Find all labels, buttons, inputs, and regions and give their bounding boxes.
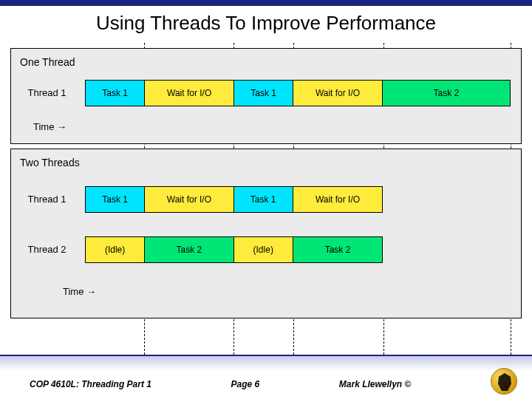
slide-footer: COP 4610L: Threading Part 1 Page 6 Mark … [0, 355, 532, 399]
timeline-cell: Task 1 [86, 187, 145, 212]
footer-page: Page 6 [231, 379, 260, 389]
timeline-cell: (Idle) [86, 237, 145, 262]
timeline-cell: Task 2 [383, 81, 510, 106]
section-heading-two: Two Threads [11, 149, 521, 168]
two-thread1-label: Thread 1 [16, 194, 78, 205]
footer-author: Mark Llewellyn © [339, 379, 412, 389]
panel-two-threads: Two Threads Thread 1 Task 1Wait for I/OT… [10, 149, 522, 318]
ucf-logo-icon [491, 368, 517, 395]
timeline-cell: Task 1 [86, 81, 145, 106]
thread1-label: Thread 1 [16, 87, 78, 98]
panel-one-thread: One Thread Thread 1 Task 1Wait for I/OTa… [10, 48, 522, 144]
timeline-cell: Task 2 [293, 237, 382, 262]
footer-gradient [0, 356, 532, 371]
timeline-row-two-a: Task 1Wait for I/OTask 1Wait for I/O [85, 186, 383, 213]
slide-title: Using Threads To Improve Performance [0, 6, 532, 44]
footer-course: COP 4610L: Threading Part 1 [30, 379, 151, 389]
top-accent-bar [0, 0, 532, 6]
timeline-cell: Task 1 [234, 187, 293, 212]
timeline-cell: Task 1 [234, 81, 293, 106]
timeline-cell: Wait for I/O [145, 187, 233, 212]
timeline-cell: Wait for I/O [293, 187, 382, 212]
timeline-cell: Wait for I/O [293, 81, 383, 106]
timeline-row-two-b: (Idle)Task 2(Idle)Task 2 [85, 236, 383, 263]
timeline-cell: Wait for I/O [145, 81, 234, 106]
timeline-cell: Task 2 [145, 237, 233, 262]
time-label-one: Time → [33, 121, 66, 132]
section-heading-one: One Thread [11, 49, 521, 68]
timeline-row-one: Task 1Wait for I/OTask 1Wait for I/OTask… [85, 80, 511, 106]
time-label-two: Time → [63, 286, 96, 297]
timeline-cell: (Idle) [234, 237, 293, 262]
two-thread2-label: Thread 2 [16, 244, 78, 255]
